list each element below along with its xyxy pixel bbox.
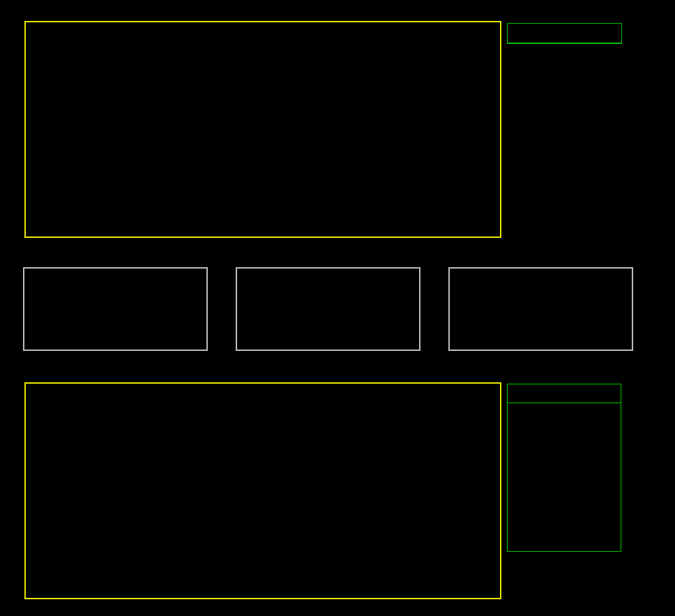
aip-output-table (507, 384, 621, 552)
autoscala-window (0, 0, 675, 616)
autoscala-table-header (508, 24, 621, 43)
thumbnail-evidence-canvas (450, 269, 632, 350)
thumbnail-original-ionogram (23, 267, 208, 351)
thumbnail-evidence-f2 (448, 267, 633, 351)
thumbnail-eliminate-reflections (236, 267, 420, 351)
autoscala-output-table (507, 23, 622, 44)
top-ionogram-canvas (26, 22, 500, 236)
bottom-profile-canvas (26, 384, 500, 598)
aip-table-header (508, 384, 621, 403)
thumbnail-eliminate-canvas (237, 269, 419, 350)
top-ionogram-plot (24, 21, 501, 238)
thumbnail-original-canvas (24, 269, 206, 350)
bottom-profile-plot (24, 382, 501, 599)
